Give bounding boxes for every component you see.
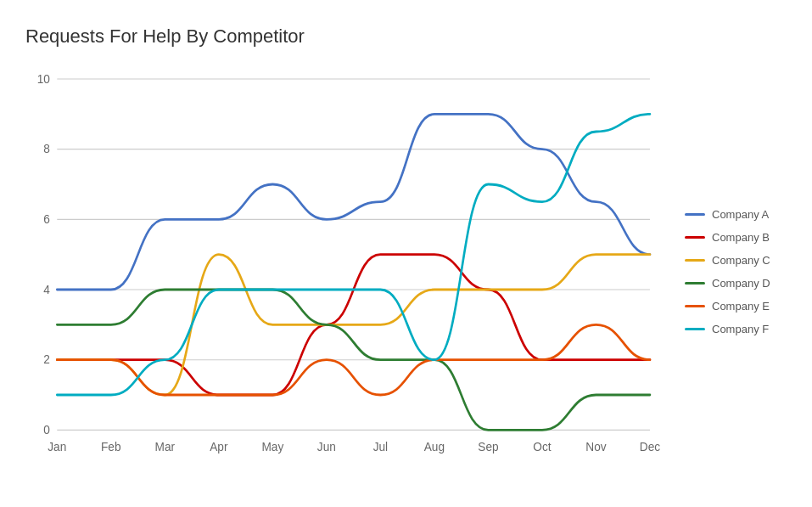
svg-text:10: 10 bbox=[37, 71, 50, 86]
legend-color-swatch bbox=[685, 213, 705, 216]
legend-label: Company D bbox=[712, 277, 770, 290]
chart-area: 0246810JanFebMarAprMayJunJulAugSepOctNov… bbox=[17, 65, 795, 478]
svg-text:Jan: Jan bbox=[48, 440, 66, 454]
svg-text:May: May bbox=[261, 440, 284, 454]
legend-label: Company A bbox=[712, 208, 769, 221]
chart-container: Requests For Help By Competitor 0246810J… bbox=[0, 0, 812, 507]
svg-text:Apr: Apr bbox=[210, 440, 227, 454]
svg-text:Dec: Dec bbox=[640, 440, 660, 454]
legend-label: Company C bbox=[712, 254, 770, 267]
svg-text:Mar: Mar bbox=[155, 440, 176, 454]
legend-color-swatch bbox=[685, 236, 705, 239]
svg-text:Nov: Nov bbox=[585, 440, 607, 454]
svg-text:8: 8 bbox=[43, 142, 50, 156]
legend-color-swatch bbox=[685, 305, 705, 307]
chart-with-axes: 0246810JanFebMarAprMayJunJulAugSepOctNov… bbox=[17, 65, 668, 478]
legend-item: Company F bbox=[685, 323, 795, 335]
svg-text:Jul: Jul bbox=[373, 440, 388, 454]
chart-title: Requests For Help By Competitor bbox=[25, 25, 795, 48]
legend-label: Company B bbox=[712, 231, 770, 244]
chart-svg: 0246810JanFebMarAprMayJunJulAugSepOctNov… bbox=[17, 65, 668, 478]
svg-text:2: 2 bbox=[43, 352, 50, 367]
svg-text:Feb: Feb bbox=[101, 440, 121, 454]
legend-item: Company D bbox=[685, 277, 795, 290]
legend-label: Company E bbox=[712, 300, 770, 313]
legend-item: Company C bbox=[685, 254, 795, 267]
legend-color-swatch bbox=[685, 328, 705, 330]
legend-item: Company E bbox=[685, 300, 795, 313]
svg-text:Sep: Sep bbox=[478, 440, 498, 454]
legend-color-swatch bbox=[685, 282, 705, 284]
svg-text:Oct: Oct bbox=[533, 440, 551, 454]
svg-text:6: 6 bbox=[43, 211, 50, 226]
svg-text:Jun: Jun bbox=[317, 440, 336, 454]
legend-item: Company A bbox=[685, 208, 795, 221]
legend-item: Company B bbox=[685, 231, 795, 244]
svg-text:0: 0 bbox=[43, 422, 50, 437]
svg-text:4: 4 bbox=[43, 282, 50, 296]
legend: Company ACompany BCompany CCompany DComp… bbox=[676, 65, 795, 478]
svg-text:Aug: Aug bbox=[424, 440, 445, 454]
legend-color-swatch bbox=[685, 259, 705, 262]
legend-label: Company F bbox=[712, 323, 769, 335]
